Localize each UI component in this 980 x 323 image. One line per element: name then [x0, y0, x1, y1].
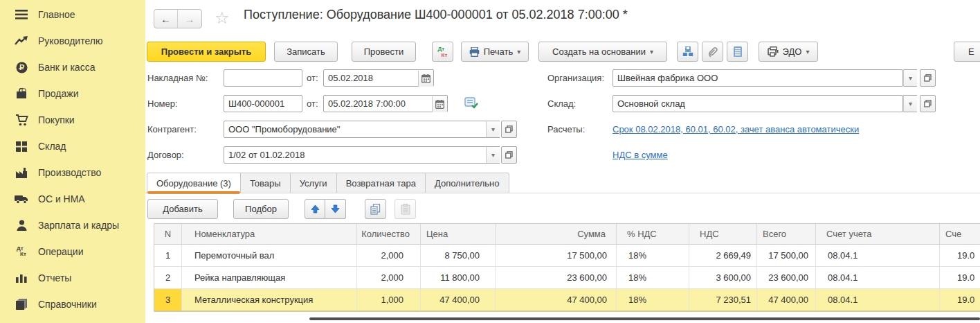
counterparty-input[interactable]: ООО "Промоборудование" — [224, 121, 500, 138]
sidebar-item-sales[interactable]: Продажи — [0, 80, 145, 107]
sidebar-item-warehouse[interactable]: Склад — [0, 133, 145, 159]
more-button[interactable]: Е — [954, 42, 980, 62]
contract-dropdown-caret[interactable]: ▾ — [486, 146, 500, 164]
post-button[interactable]: Провести — [352, 42, 416, 62]
sidebar-item-salary-hr[interactable]: Зарплата и кадры — [0, 212, 145, 238]
save-button[interactable]: Записать — [274, 42, 338, 62]
copy-icon — [370, 204, 381, 215]
table-toolbar: Добавить Подбор — [145, 199, 980, 220]
table-row-selected[interactable]: 3 Металлическая конструкция 1,000 47 400… — [154, 289, 980, 311]
contract-input[interactable]: 1/02 от 01.02.2018 — [224, 146, 500, 164]
edo-button[interactable]: ЭДО▾ — [759, 42, 818, 62]
tab-returnable-packaging[interactable]: Возвратная тара — [337, 173, 426, 193]
horizontal-scrollbar[interactable] — [309, 317, 980, 320]
column-header-vat-account[interactable]: Сче — [940, 224, 980, 245]
set-time-check-icon[interactable] — [464, 97, 478, 110]
report-list-button[interactable] — [727, 42, 748, 62]
invoice-number-input[interactable] — [224, 69, 302, 87]
tab-strip: Оборудование (3) Товары Услуги Возвратна… — [147, 172, 509, 193]
column-header-quantity[interactable]: Количество — [357, 224, 421, 245]
column-header-total[interactable]: Всего — [757, 224, 816, 245]
warehouse-open-button[interactable] — [920, 95, 936, 112]
table-row[interactable]: 1 Перемоточный вал 2,000 8 750,00 17 500… — [154, 245, 980, 267]
counterparty-dropdown-caret[interactable]: ▾ — [486, 121, 500, 138]
add-row-button[interactable]: Добавить — [147, 199, 218, 219]
copy-rows-button[interactable] — [365, 199, 386, 219]
history-nav: ← → — [154, 9, 202, 28]
structure-icon — [682, 46, 693, 57]
sidebar-item-label: Продажи — [38, 88, 78, 99]
dtkt-icon: ДтКт — [13, 246, 30, 257]
paste-rows-button[interactable] — [394, 199, 416, 219]
column-header-sum[interactable]: Сумма — [496, 224, 617, 245]
tab-baseline — [145, 193, 980, 193]
tab-equipment[interactable]: Оборудование (3) — [147, 173, 241, 193]
tab-additional[interactable]: Дополнительно — [426, 173, 509, 193]
back-button[interactable]: ← — [154, 10, 178, 28]
number-from-label: от: — [307, 98, 318, 109]
column-header-nomenclature[interactable]: Номенклатура — [182, 224, 357, 245]
attachments-button[interactable] — [702, 42, 723, 62]
create-based-on-button[interactable]: Создать на основании▾ — [538, 42, 667, 62]
warehouse-dropdown-caret[interactable]: ▾ — [903, 95, 917, 112]
calendar-icon[interactable] — [432, 96, 447, 112]
pick-button[interactable]: Подбор — [233, 199, 289, 219]
document-datetime-input[interactable]: 05.02.2018 7:00:00 — [323, 95, 448, 112]
sidebar-item-operations[interactable]: ДтКт Операции — [0, 238, 145, 265]
cart-icon — [13, 114, 30, 126]
table-row[interactable]: 2 Рейка направляющая 2,000 11 800,00 23 … — [154, 267, 980, 289]
sidebar-item-manager[interactable]: Руководителю — [0, 28, 145, 54]
sidebar-item-label: Операции — [38, 246, 84, 257]
number-input[interactable] — [224, 95, 302, 112]
post-and-close-button[interactable]: Провести и закрыть — [147, 42, 266, 62]
number-label: Номер: — [147, 98, 178, 109]
sidebar-item-fixed-assets[interactable]: ОС и НМА — [0, 186, 145, 212]
invoice-date-input[interactable]: 05.02.2018 — [323, 69, 434, 87]
warehouse-input[interactable]: Основной склад — [612, 95, 903, 112]
column-header-vat[interactable]: НДС — [689, 224, 757, 245]
organization-dropdown-caret[interactable]: ▾ — [903, 69, 917, 87]
structure-links-button[interactable] — [677, 42, 698, 62]
counterparty-open-button[interactable] — [501, 121, 517, 138]
sidebar-item-label: Руководителю — [38, 35, 102, 46]
settlements-link[interactable]: Срок 08.02.2018, 60.01, 60.02, зачет ава… — [612, 124, 859, 134]
sidebar-item-references[interactable]: Справочники — [0, 291, 145, 317]
chevron-down-icon: ▾ — [806, 48, 809, 55]
back-arrow-icon: ← — [161, 13, 171, 25]
sidebar-item-reports[interactable]: Отчеты — [0, 265, 145, 291]
invoice-from-label: от: — [307, 73, 318, 83]
warehouse-label: Склад: — [547, 98, 576, 109]
move-row-down-button[interactable] — [325, 199, 346, 219]
sidebar-item-main[interactable]: Главное — [0, 1, 145, 28]
column-header-price[interactable]: Цена — [421, 224, 496, 245]
edo-fax-icon — [768, 46, 779, 57]
tab-goods[interactable]: Товары — [241, 173, 291, 193]
vat-in-sum-link[interactable]: НДС в сумме — [612, 150, 668, 160]
organization-open-button[interactable] — [920, 69, 936, 87]
move-row-up-button[interactable] — [305, 199, 325, 219]
dtkt-postings-button[interactable]: ДтКт — [432, 42, 453, 62]
print-button[interactable]: Печать▾ — [461, 42, 529, 62]
page-title: Поступление: Оборудование Ш400-000001 от… — [244, 8, 628, 22]
tab-services[interactable]: Услуги — [291, 173, 337, 193]
paperclip-icon — [707, 46, 718, 58]
organization-input[interactable]: Швейная фабрика ООО — [612, 69, 903, 87]
truck-icon — [13, 194, 30, 204]
column-header-n[interactable]: N — [154, 224, 182, 245]
menu-icon — [13, 10, 30, 19]
forward-button[interactable]: → — [178, 10, 201, 28]
sidebar-item-bank-cash[interactable]: Р Банк и касса — [0, 54, 145, 80]
sidebar-item-label: Производство — [38, 167, 101, 178]
sidebar-item-purchases[interactable]: Покупки — [0, 107, 145, 133]
sidebar-item-label: Покупки — [38, 114, 75, 125]
column-header-account[interactable]: Счет учета — [816, 224, 940, 245]
favorite-star-icon[interactable]: ☆ — [215, 8, 230, 28]
calendar-icon[interactable] — [418, 71, 433, 87]
column-header-vat-rate[interactable]: % НДС — [617, 224, 689, 245]
sidebar-item-label: Банк и касса — [38, 62, 95, 73]
list-icon — [734, 46, 742, 57]
contract-open-button[interactable] — [501, 146, 517, 164]
sidebar-item-production[interactable]: Производство — [0, 159, 145, 186]
ruble-icon: Р — [13, 62, 30, 73]
main-menu-sidebar: Главное Руководителю Р Банк и касса Прод… — [0, 0, 145, 323]
